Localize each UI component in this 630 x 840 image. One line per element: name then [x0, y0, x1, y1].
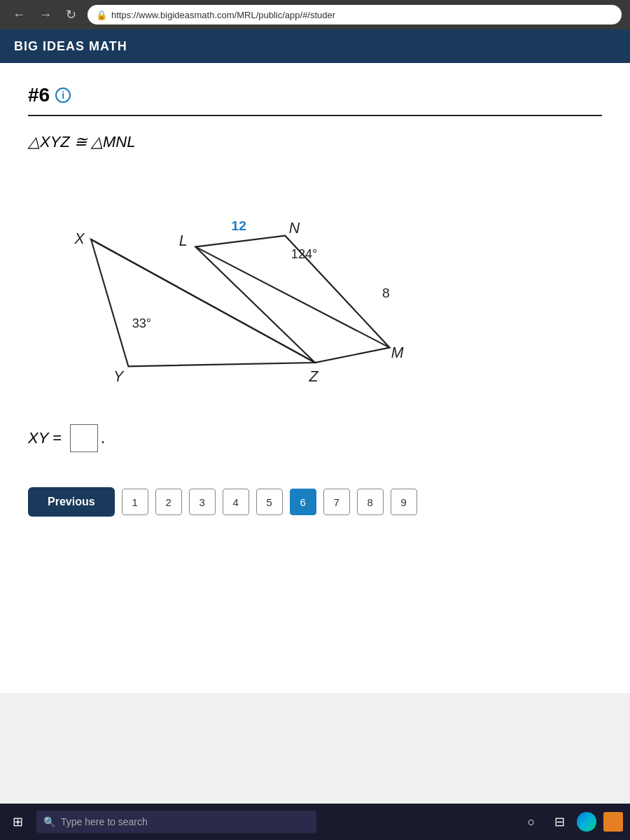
label-n: N	[289, 220, 300, 237]
answer-label: XY =	[28, 429, 62, 447]
search-icon: 🔍	[43, 816, 55, 827]
edge-browser-icon[interactable]	[577, 812, 596, 832]
geometry-diagram: X L N Y Z M 12 124° 8 33°	[28, 172, 602, 396]
label-x: X	[74, 230, 85, 247]
taskbar-app-icon[interactable]	[603, 812, 623, 832]
answer-input-box[interactable]	[70, 424, 98, 452]
taskbar: ⊞ 🔍 Type here to search ○ ⊟	[0, 804, 630, 840]
measure-12: 12	[232, 218, 246, 233]
previous-button[interactable]: Previous	[28, 487, 115, 517]
browser-navigation: ← → ↻	[8, 6, 80, 24]
label-l: L	[179, 232, 188, 249]
browser-bar: ← → ↻ 🔒 https://www.bigideasmath.com/MRL…	[0, 0, 630, 29]
page-btn-7[interactable]: 7	[323, 489, 350, 515]
period: .	[101, 429, 105, 447]
label-m: M	[391, 344, 404, 361]
page-btn-3[interactable]: 3	[189, 489, 216, 515]
lock-icon: 🔒	[96, 10, 107, 20]
page-btn-1[interactable]: 1	[122, 489, 148, 515]
taskbar-search[interactable]: 🔍 Type here to search	[36, 811, 316, 833]
app-title: BIG IDEAS MATH	[14, 39, 127, 54]
svg-line-3	[195, 247, 389, 348]
page-btn-6[interactable]: 6	[290, 489, 316, 515]
taskbar-right: ○ ⊟	[521, 811, 623, 832]
problem-statement: △XYZ ≅ △MNL	[28, 133, 602, 151]
label-y: Y	[113, 368, 125, 385]
measure-33: 33°	[132, 316, 151, 330]
refresh-button[interactable]: ↻	[62, 6, 80, 24]
answer-area: XY = .	[28, 424, 602, 452]
problem-header: #6 i	[28, 84, 602, 116]
windows-start-button[interactable]: ⊞	[7, 811, 28, 832]
page-btn-4[interactable]: 4	[223, 489, 249, 515]
info-icon[interactable]: i	[55, 88, 71, 103]
address-bar[interactable]: 🔒 https://www.bigideasmath.com/MRL/publi…	[88, 5, 622, 24]
page-btn-5[interactable]: 5	[256, 489, 283, 515]
taskbar-desktop-icon[interactable]: ⊟	[549, 811, 570, 832]
main-content: #6 i △XYZ ≅ △MNL X L	[0, 63, 630, 693]
measure-124: 124°	[291, 247, 318, 261]
back-button[interactable]: ←	[8, 6, 29, 24]
label-z: Z	[308, 368, 318, 385]
page-btn-8[interactable]: 8	[357, 489, 384, 515]
problem-number: #6	[28, 84, 50, 106]
taskbar-circle-icon[interactable]: ○	[521, 811, 542, 832]
page-btn-2[interactable]: 2	[155, 489, 182, 515]
page-btn-9[interactable]: 9	[391, 489, 417, 515]
statement-text: △XYZ ≅ △MNL	[28, 133, 135, 150]
measure-8: 8	[382, 286, 390, 300]
forward-button[interactable]: →	[35, 6, 56, 24]
svg-line-2	[91, 239, 315, 363]
app-header: BIG IDEAS MATH	[0, 29, 630, 63]
diagram-area: X L N Y Z M 12 124° 8 33°	[28, 172, 602, 396]
search-placeholder-text: Type here to search	[61, 816, 148, 827]
navigation-bar: Previous 1 2 3 4 5 6 7 8 9	[28, 487, 602, 517]
url-text: https://www.bigideasmath.com/MRL/public/…	[111, 10, 335, 20]
